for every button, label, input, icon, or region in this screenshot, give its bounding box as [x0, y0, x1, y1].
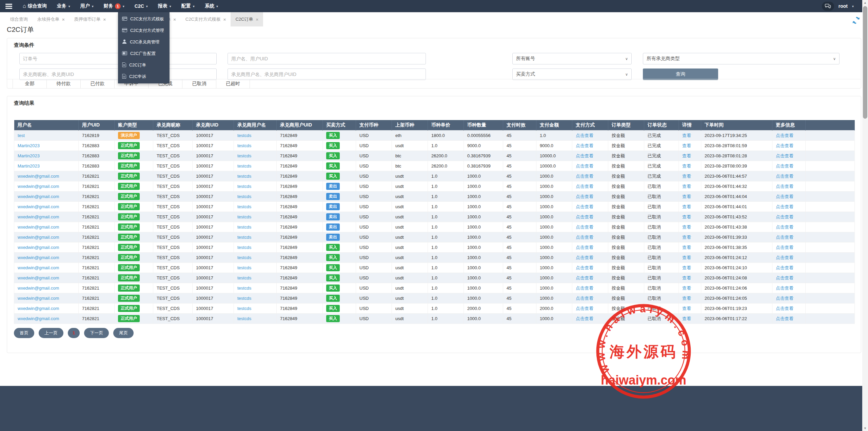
- pay-method-link[interactable]: 点击查看: [576, 286, 593, 291]
- more-link[interactable]: 点击查看: [776, 316, 793, 321]
- user-link[interactable]: wxedwin@gmail.com: [18, 265, 59, 270]
- page-button-首页[interactable]: 首页: [14, 328, 34, 338]
- scrollbar-thumb[interactable]: [863, 6, 867, 119]
- pay-method-link[interactable]: 点击查看: [576, 214, 593, 219]
- acceptor-username-link[interactable]: testcds: [237, 286, 251, 291]
- status-tab-已超时[interactable]: 已超时: [216, 79, 250, 88]
- acceptor-username-link[interactable]: testcds: [237, 235, 251, 240]
- acceptor-username-link[interactable]: testcds: [237, 255, 251, 260]
- more-link[interactable]: 点击查看: [776, 255, 793, 260]
- user-link[interactable]: wxedwin@gmail.com: [18, 235, 59, 240]
- user-menu[interactable]: root: [839, 3, 848, 9]
- pay-method-link[interactable]: 点击查看: [576, 235, 593, 240]
- pay-method-link[interactable]: 点击查看: [576, 204, 593, 209]
- more-link[interactable]: 点击查看: [776, 245, 793, 250]
- detail-link[interactable]: 查看: [682, 204, 691, 209]
- status-tab-全部[interactable]: 全部: [13, 79, 46, 88]
- nav-item-finance[interactable]: 财务1▾: [99, 0, 130, 12]
- detail-link[interactable]: 查看: [682, 194, 691, 199]
- acceptor-username-link[interactable]: testcds: [237, 306, 251, 311]
- acceptor-username-link[interactable]: testcds: [237, 174, 251, 179]
- user-link[interactable]: wxedwin@gmail.com: [18, 255, 59, 260]
- more-link[interactable]: 点击查看: [776, 194, 793, 199]
- user-link[interactable]: Martin2023: [18, 153, 40, 158]
- pay-method-link[interactable]: 点击查看: [576, 133, 593, 138]
- page-current-button[interactable]: 1: [68, 328, 80, 338]
- user-link[interactable]: wxedwin@gmail.com: [18, 224, 59, 230]
- nav-item-home[interactable]: ⌂综合查询: [18, 0, 52, 12]
- tab-质押借币订单[interactable]: 质押借币订单×: [70, 12, 111, 26]
- close-icon[interactable]: ×: [223, 17, 226, 22]
- user-link[interactable]: wxedwin@gmail.com: [18, 275, 59, 280]
- acceptor-username-link[interactable]: testcds: [237, 163, 251, 169]
- detail-link[interactable]: 查看: [682, 306, 691, 311]
- nav-item-system[interactable]: 系统▾: [200, 0, 223, 12]
- close-icon[interactable]: ×: [256, 17, 258, 22]
- more-link[interactable]: 点击查看: [776, 174, 793, 179]
- chat-bubbles-icon[interactable]: [822, 2, 834, 11]
- acceptor-username-link[interactable]: testcds: [237, 265, 251, 270]
- acceptor-username-link[interactable]: testcds: [237, 296, 251, 301]
- pay-method-link[interactable]: 点击查看: [576, 316, 593, 321]
- user-link[interactable]: Martin2023: [18, 163, 40, 169]
- detail-link[interactable]: 查看: [682, 235, 691, 240]
- more-link[interactable]: 点击查看: [776, 163, 793, 169]
- detail-link[interactable]: 查看: [682, 224, 691, 230]
- status-tab-已付款[interactable]: 已付款: [80, 79, 114, 88]
- acceptor-username-input[interactable]: [228, 68, 426, 80]
- detail-link[interactable]: 查看: [682, 275, 691, 280]
- user-link[interactable]: wxedwin@gmail.com: [18, 306, 59, 311]
- pay-method-link[interactable]: 点击查看: [576, 245, 593, 250]
- acceptor-username-link[interactable]: testcds: [237, 224, 251, 230]
- more-link[interactable]: 点击查看: [776, 286, 793, 291]
- user-link[interactable]: Martin2023: [18, 143, 40, 148]
- more-link[interactable]: 点击查看: [776, 235, 793, 240]
- acceptor-username-link[interactable]: testcds: [237, 214, 251, 219]
- more-link[interactable]: 点击查看: [776, 214, 793, 219]
- acceptor-username-link[interactable]: testcds: [237, 204, 251, 209]
- menu-item-C2C申诉[interactable]: C2C申诉: [118, 71, 170, 82]
- more-link[interactable]: 点击查看: [776, 204, 793, 209]
- detail-link[interactable]: 查看: [682, 316, 691, 321]
- user-link[interactable]: wxedwin@gmail.com: [18, 316, 59, 321]
- more-link[interactable]: 点击查看: [776, 306, 793, 311]
- pay-method-link[interactable]: 点击查看: [576, 255, 593, 260]
- user-link[interactable]: test: [18, 133, 25, 138]
- detail-link[interactable]: 查看: [682, 296, 691, 301]
- acceptor-username-link[interactable]: testcds: [237, 245, 251, 250]
- pay-method-link[interactable]: 点击查看: [576, 224, 593, 230]
- nav-item-report[interactable]: 报表▾: [153, 0, 176, 12]
- detail-link[interactable]: 查看: [682, 133, 691, 138]
- menu-item-C2C订单[interactable]: C2C订单: [118, 59, 170, 71]
- trade-side-select[interactable]: 买卖方式∨: [512, 68, 632, 80]
- refresh-icon[interactable]: [852, 16, 861, 25]
- scrollbar[interactable]: ▲ ▼: [862, 0, 868, 431]
- page-button-尾页[interactable]: 尾页: [113, 328, 134, 338]
- more-link[interactable]: 点击查看: [776, 184, 793, 189]
- more-link[interactable]: 点击查看: [776, 265, 793, 270]
- detail-link[interactable]: 查看: [682, 265, 691, 270]
- menu-item-C2C支付方式模板[interactable]: C2C支付方式模板: [118, 13, 170, 25]
- acceptor-username-link[interactable]: testcds: [237, 143, 251, 148]
- detail-link[interactable]: 查看: [682, 143, 691, 148]
- nav-item-user[interactable]: 用户▾: [75, 0, 99, 12]
- nav-item-config[interactable]: 配置▾: [176, 0, 200, 12]
- scroll-up-icon[interactable]: ▲: [862, 0, 868, 5]
- pay-method-link[interactable]: 点击查看: [576, 184, 593, 189]
- pay-method-link[interactable]: 点击查看: [576, 163, 593, 169]
- scroll-down-icon[interactable]: ▼: [862, 426, 868, 431]
- pay-method-link[interactable]: 点击查看: [576, 194, 593, 199]
- user-link[interactable]: wxedwin@gmail.com: [18, 194, 59, 199]
- detail-link[interactable]: 查看: [682, 214, 691, 219]
- detail-link[interactable]: 查看: [682, 255, 691, 260]
- pay-method-link[interactable]: 点击查看: [576, 174, 593, 179]
- close-icon[interactable]: ×: [173, 17, 176, 22]
- status-tab-已取消[interactable]: 已取消: [182, 79, 216, 88]
- status-tab-待付款[interactable]: 待付款: [46, 79, 80, 88]
- detail-link[interactable]: 查看: [682, 163, 691, 169]
- more-link[interactable]: 点击查看: [776, 153, 793, 158]
- user-link[interactable]: wxedwin@gmail.com: [18, 184, 59, 189]
- detail-link[interactable]: 查看: [682, 286, 691, 291]
- menu-item-C2C承兑商管理[interactable]: C2C承兑商管理: [118, 36, 170, 48]
- acceptor-username-link[interactable]: testcds: [237, 316, 251, 321]
